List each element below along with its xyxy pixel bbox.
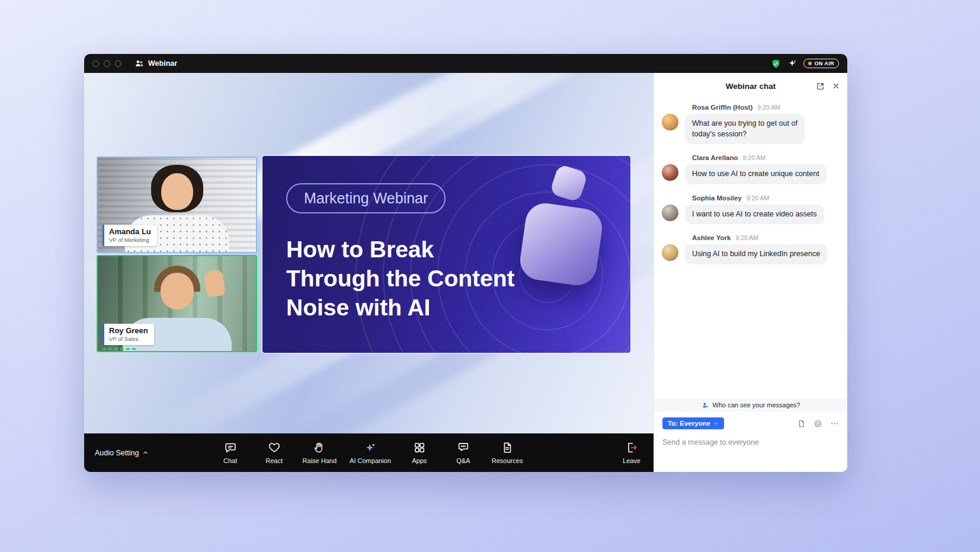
chat-header: Webinar chat bbox=[654, 73, 847, 99]
chat-title: Webinar chat bbox=[726, 82, 776, 91]
on-air-badge: ON AIR bbox=[803, 59, 839, 68]
participant-name: Roy Green bbox=[109, 326, 148, 335]
recipient-label: To: Everyone bbox=[668, 420, 710, 427]
message-author: Sophia Mosiley bbox=[692, 194, 742, 202]
pop-out-icon[interactable] bbox=[816, 82, 825, 91]
message-author: Rosa Griffin (Host) bbox=[692, 104, 752, 111]
chat-message: Ashlee York 9:20 AM Using AI to build my… bbox=[662, 234, 839, 264]
ai-companion-button[interactable]: AI Companion bbox=[346, 441, 395, 464]
stage-column: Amanda Lu VP of Marketing bbox=[84, 73, 654, 472]
decorative-shape bbox=[549, 164, 588, 203]
avatar bbox=[662, 164, 678, 181]
audio-setting-label: Audio Setting bbox=[95, 449, 139, 457]
toolbar-button-label: Raise Hand bbox=[303, 457, 337, 464]
close-icon[interactable] bbox=[832, 82, 840, 90]
participant-figure bbox=[161, 273, 194, 309]
message-author: Clara Arellano bbox=[692, 154, 738, 161]
message-meta: Rosa Griffin (Host) 9:20 AM bbox=[692, 104, 839, 111]
maximize-window-button[interactable] bbox=[115, 60, 121, 67]
webinar-chat-panel: Webinar chat Rosa Griffin (Host) bbox=[654, 73, 847, 472]
react-button[interactable]: React bbox=[255, 441, 293, 464]
participant-role: VP of Sales bbox=[109, 336, 148, 342]
participant-role: VP of Marketing bbox=[109, 237, 151, 243]
message-time: 9:20 AM bbox=[735, 234, 758, 241]
message-author: Ashlee York bbox=[692, 234, 731, 241]
chat-message: Sophia Mosiley 9:20 AM I want to use AI … bbox=[662, 194, 839, 225]
close-window-button[interactable] bbox=[92, 60, 99, 67]
who-can-see-label: Who can see your messages? bbox=[713, 401, 800, 409]
participants-icon bbox=[134, 59, 144, 68]
on-air-label: ON AIR bbox=[814, 60, 834, 66]
on-air-dot bbox=[808, 62, 812, 65]
raised-hand-icon bbox=[313, 441, 326, 454]
slide-heading-line: Through the Content bbox=[286, 264, 515, 293]
recipient-selector[interactable]: To: Everyone bbox=[662, 417, 724, 429]
document-icon bbox=[501, 441, 514, 454]
decorative-shape bbox=[518, 201, 605, 288]
audio-setting-button[interactable]: Audio Setting bbox=[95, 449, 149, 457]
app-title: Webinar bbox=[148, 59, 177, 68]
toolbar-button-label: Resources bbox=[492, 457, 523, 464]
video-stage: Amanda Lu VP of Marketing bbox=[84, 73, 654, 433]
chat-header-icons bbox=[816, 82, 840, 91]
leave-button[interactable]: Leave bbox=[623, 441, 640, 464]
avatar bbox=[662, 114, 678, 130]
toolbar-button-label: AI Companion bbox=[350, 457, 391, 464]
message-time: 9:20 AM bbox=[743, 154, 766, 161]
sparkle-icon[interactable] bbox=[787, 59, 797, 68]
chat-button[interactable]: Chat bbox=[212, 441, 249, 464]
toolbar-button-label: React bbox=[265, 457, 283, 464]
message-bubble: How to use AI to create unique content bbox=[685, 164, 827, 184]
slide-heading-line: How to Break bbox=[286, 235, 515, 264]
chevron-up-icon bbox=[142, 449, 149, 456]
main-area: Amanda Lu VP of Marketing bbox=[84, 73, 847, 472]
message-meta: Ashlee York 9:20 AM bbox=[692, 234, 839, 241]
app-brand: Webinar bbox=[134, 59, 177, 68]
toolbar-button-label: Q&A bbox=[456, 457, 470, 464]
toolbar-button-label: Apps bbox=[412, 457, 427, 464]
avatar bbox=[662, 244, 678, 261]
message-time: 9:20 AM bbox=[747, 194, 770, 202]
minimize-window-button[interactable] bbox=[104, 60, 110, 67]
message-bubble: Using AI to build my LinkedIn presence bbox=[685, 244, 827, 264]
ai-sparkle-icon bbox=[364, 441, 377, 454]
avatar bbox=[662, 205, 678, 221]
video-tile-amanda-lu[interactable]: Amanda Lu VP of Marketing bbox=[97, 157, 257, 253]
video-tile-roy-green[interactable]: Roy Green VP of Sales bbox=[97, 255, 257, 352]
window-controls bbox=[92, 60, 121, 67]
toolbar-button-label: Leave bbox=[623, 457, 640, 464]
message-input[interactable] bbox=[662, 438, 839, 446]
apps-grid-icon bbox=[413, 441, 426, 454]
raise-hand-button[interactable]: Raise Hand bbox=[299, 441, 340, 464]
qa-bubble-icon bbox=[457, 441, 470, 454]
message-meta: Clara Arellano 9:20 AM bbox=[692, 154, 839, 161]
active-speaker-indicator bbox=[103, 348, 136, 350]
titlebar-right: ON AIR bbox=[771, 59, 839, 69]
slide-badge: Marketing Webinar bbox=[286, 183, 446, 213]
chat-bubble-icon bbox=[224, 441, 237, 454]
chat-message-list[interactable]: Rosa Griffin (Host) 9:20 AM What are you… bbox=[654, 99, 847, 398]
file-icon[interactable] bbox=[797, 419, 806, 428]
who-can-see-bar[interactable]: Who can see your messages? bbox=[654, 398, 847, 411]
toolbar-button-group: Chat React Raise Hand bbox=[212, 441, 527, 464]
leave-door-icon bbox=[625, 441, 638, 454]
message-bubble: What are you trying to get out of today'… bbox=[685, 114, 805, 144]
resources-button[interactable]: Resources bbox=[488, 441, 527, 464]
name-tag: Amanda Lu VP of Marketing bbox=[103, 225, 157, 246]
titlebar: Webinar ON AIR bbox=[84, 54, 847, 73]
shared-presentation-slide[interactable]: Marketing Webinar How to Break Through t… bbox=[262, 156, 630, 353]
toolbar-button-label: Chat bbox=[223, 457, 237, 464]
person-icon bbox=[702, 401, 709, 409]
more-options-icon[interactable] bbox=[830, 419, 839, 428]
webinar-window: Webinar ON AIR bbox=[84, 54, 847, 472]
heart-icon bbox=[268, 441, 281, 454]
security-shield-icon[interactable] bbox=[771, 59, 781, 69]
apps-button[interactable]: Apps bbox=[401, 441, 438, 464]
desktop-background: Webinar ON AIR bbox=[0, 0, 980, 552]
participant-figure bbox=[161, 173, 193, 210]
chat-message: Clara Arellano 9:20 AM How to use AI to … bbox=[662, 154, 839, 184]
chevron-down-icon bbox=[713, 421, 719, 426]
qa-button[interactable]: Q&A bbox=[444, 441, 482, 464]
slide-heading-line: Noise with AI bbox=[286, 293, 515, 323]
emoji-icon[interactable] bbox=[814, 419, 822, 428]
